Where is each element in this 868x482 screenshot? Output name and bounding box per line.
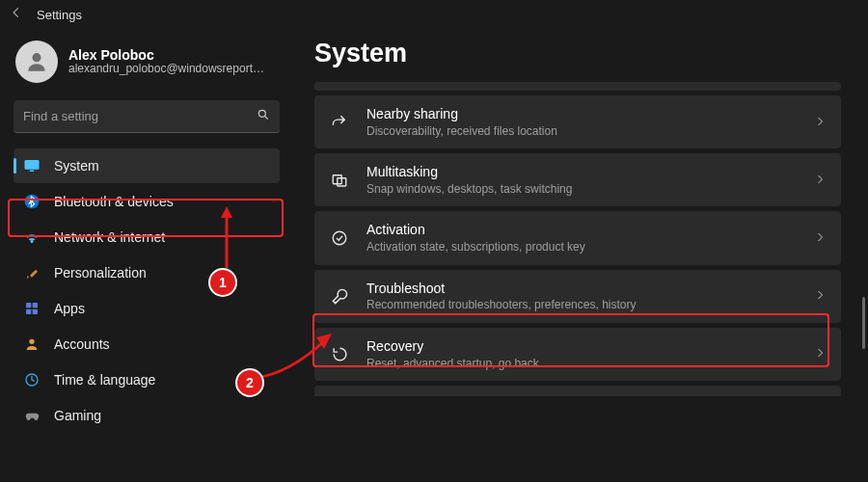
card-troubleshoot[interactable]: TroubleshootRecommended troubleshooters,… [314,270,841,323]
svg-point-9 [29,339,34,344]
titlebar: Settings [0,0,868,29]
card-desc: Recommended troubleshooters, preferences… [366,298,797,311]
back-icon[interactable] [10,6,23,23]
chevron-right-icon [814,172,826,189]
chevron-right-icon [814,345,826,362]
system-categories: Nearby sharingDiscoverability, received … [314,82,841,396]
card-title: Nearby sharing [366,106,797,122]
clock-globe-icon [23,372,41,388]
person-icon [23,336,41,352]
sidebar-item-personalization[interactable]: Personalization [14,255,280,290]
sidebar-item-network[interactable]: Network & internet [14,220,280,254]
sidebar: Alex Poloboc alexandru_poloboc@windowsre… [0,29,289,482]
sidebar-item-bluetooth[interactable]: Bluetooth & devices [14,184,280,219]
card-desc: Reset, advanced startup, go back [366,357,797,370]
sidebar-item-label: Bluetooth & devices [54,194,174,209]
user-name: Alex Poloboc [68,47,264,63]
bluetooth-icon [23,194,41,209]
page-title: System [314,39,841,68]
card-title: Activation [366,222,797,238]
svg-rect-5 [26,303,31,308]
card-sliver [314,82,841,91]
svg-point-0 [32,53,41,62]
card-desc: Activation state, subscriptions, product… [366,240,797,254]
card-projecting[interactable]: Projecting to this PC [314,386,841,396]
sidebar-item-label: Time & language [54,372,155,388]
sidebar-item-accounts[interactable]: Accounts [14,327,280,362]
monitor-icon [23,157,41,174]
svg-rect-8 [33,309,38,314]
sidebar-item-apps[interactable]: Apps [14,291,280,326]
sidebar-item-label: System [54,158,99,174]
avatar [15,40,58,83]
svg-point-1 [258,110,265,117]
chevron-right-icon [814,287,826,305]
wrench-icon [330,287,349,306]
sidebar-item-gaming[interactable]: Gaming [14,398,280,433]
sidebar-item-label: Gaming [54,408,101,423]
share-icon [330,113,349,131]
svg-rect-3 [30,171,35,173]
paintbrush-icon [23,265,41,281]
step-badge-1: 1 [208,268,237,297]
search-icon [257,108,270,125]
card-title: Troubleshoot [366,281,797,297]
svg-rect-6 [33,303,38,308]
recovery-icon [330,345,349,363]
user-block[interactable]: Alex Poloboc alexandru_poloboc@windowsre… [14,37,280,93]
card-multitasking[interactable]: MultitaskingSnap windows, desktops, task… [314,153,841,206]
svg-rect-7 [26,309,31,314]
sidebar-item-label: Personalization [54,265,147,281]
apps-icon [23,301,41,316]
search-placeholder: Find a setting [23,109,257,123]
window-title: Settings [37,8,82,22]
sidebar-item-label: Accounts [54,336,110,352]
card-title: Recovery [366,338,797,355]
card-nearby-sharing[interactable]: Nearby sharingDiscoverability, received … [314,95,841,148]
step-badge-2: 2 [235,368,264,397]
svg-rect-2 [25,160,40,170]
check-circle-icon [330,229,349,247]
card-desc: Discoverability, received files location [366,124,797,138]
svg-point-13 [333,231,346,245]
main: System Nearby sharingDiscoverability, re… [289,29,868,482]
user-info: Alex Poloboc alexandru_poloboc@windowsre… [68,47,264,76]
scrollbar[interactable] [862,297,865,349]
chevron-right-icon [814,229,826,247]
card-desc: Snap windows, desktops, task switching [366,182,797,196]
user-email: alexandru_poloboc@windowsreport… [68,63,264,76]
search-input[interactable]: Find a setting [14,100,280,133]
gamepad-icon [23,408,41,424]
wifi-icon [23,228,41,246]
sidebar-item-system[interactable]: System [14,148,280,183]
sidebar-item-label: Apps [54,301,85,316]
multitask-icon [330,172,349,189]
chevron-right-icon [814,114,826,131]
card-activation[interactable]: ActivationActivation state, subscription… [314,211,841,264]
card-title: Multitasking [366,164,797,180]
card-recovery[interactable]: RecoveryReset, advanced startup, go back [314,328,841,381]
sidebar-item-label: Network & internet [54,229,165,245]
